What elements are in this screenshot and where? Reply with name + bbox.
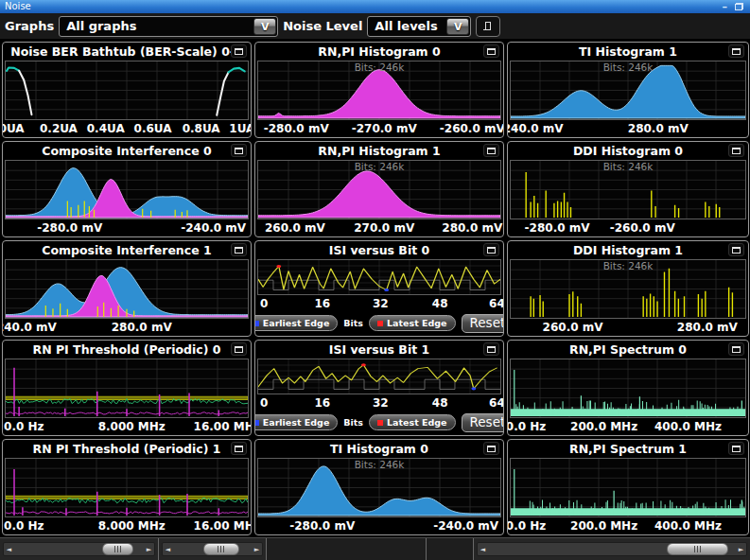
graphs-dropdown[interactable]: All graphs V: [59, 16, 278, 37]
maximize-button[interactable]: [483, 243, 499, 256]
latest-edge-button[interactable]: Latest Edge: [369, 414, 456, 430]
maximize-button[interactable]: [231, 44, 247, 58]
scroll-track[interactable]: [488, 543, 736, 555]
chevron-down-icon[interactable]: V: [253, 18, 276, 35]
x-axis-label: 280.0 mV: [677, 321, 738, 334]
scroll-thumb[interactable]: [667, 543, 729, 555]
scroll-thumb[interactable]: [203, 543, 239, 555]
scroll-right-icon[interactable]: ►: [736, 546, 746, 553]
graphs-dropdown-value: All graphs: [60, 19, 253, 33]
x-axis-label: -280.0 mV: [37, 221, 102, 235]
panel-isi-versus-bit-0: ISI versus Bit 0 016324864 Earliest Edge…: [254, 240, 504, 337]
panel-rn-pi-histogram-1: RN,PI Histogram 1 Bits: 246k 260.0 mV270…: [254, 141, 504, 237]
scroll-track[interactable]: [173, 543, 252, 555]
x-axis-label: 16.00 MHz: [194, 420, 252, 433]
maximize-icon: [487, 247, 496, 254]
x-axis-labels: 0UA0.2UA0.4UA0.6UA0.8UA1UA: [3, 120, 251, 137]
earliest-edge-marker-icon: [254, 420, 259, 426]
panel-composite-interference-0: Composite Interference 0 -280.0 mV-240.0…: [2, 141, 252, 237]
maximize-button[interactable]: [483, 44, 499, 58]
minimize-icon[interactable]: –: [723, 1, 728, 13]
panel-titlebar: TI Histogram 1: [508, 43, 748, 61]
chart-canvas: [511, 459, 745, 516]
maximize-button[interactable]: [231, 144, 247, 157]
earliest-edge-button[interactable]: Earliest Edge: [254, 414, 338, 430]
x-axis-labels: -280.0 mV-240.0 mV: [255, 517, 503, 534]
scroll-segment: ◄ ►: [474, 538, 750, 560]
panel-title: ISI versus Bit 1: [255, 342, 503, 357]
x-axis-label: 0.2UA: [40, 122, 78, 135]
latest-edge-button[interactable]: Latest Edge: [369, 315, 456, 331]
chart-canvas: [6, 359, 248, 417]
panel-title: ISI versus Bit 0: [255, 243, 503, 257]
graphs-label: Graphs: [5, 19, 54, 33]
panel-title: Noise BER Bathtub (BER-Scale) 0-1: [3, 44, 251, 59]
maximize-button[interactable]: [231, 342, 247, 356]
bits-annotation: Bits: 246k: [603, 260, 654, 271]
maximize-icon: [235, 346, 243, 353]
graph-grid: Noise BER Bathtub (BER-Scale) 0-1 0UA0.2…: [0, 40, 750, 537]
x-axis-label: 32: [373, 396, 389, 410]
noise-level-dropdown[interactable]: All levels V: [367, 16, 471, 37]
chart-canvas: [258, 359, 500, 394]
x-axis-label: -270.0 mV: [352, 122, 417, 135]
reset-button[interactable]: Reset: [462, 314, 504, 333]
x-axis-label: 64: [489, 396, 504, 410]
plot-area: [5, 458, 249, 517]
panel-title: DDI Histogram 1: [508, 243, 748, 257]
x-axis-label: 64: [489, 297, 504, 310]
panel-ti-histogram-0: TI Histogram 0 Bits: 246k -280.0 mV-240.…: [254, 439, 504, 535]
x-axis-label: -260.0 mV: [610, 221, 675, 235]
panel-ddi-histogram-1: DDI Histogram 1 Bits: 246k 260.0 mV280.0…: [507, 240, 749, 337]
restore-icon[interactable]: [735, 3, 743, 10]
maximize-button[interactable]: [231, 243, 247, 256]
scroll-right-icon[interactable]: ►: [252, 546, 262, 553]
maximize-button[interactable]: [728, 144, 744, 157]
panel-titlebar: RN,PI Spectrum 1: [508, 440, 748, 458]
x-axis-label: 0.0 Hz: [4, 519, 44, 533]
x-axis-label: 48: [432, 396, 448, 410]
isi-controls: Earliest Edge Bits Latest Edge Reset: [255, 312, 503, 336]
reset-button[interactable]: Reset: [462, 413, 504, 432]
window-titlebar: Noise –: [0, 0, 750, 13]
chevron-down-icon[interactable]: V: [446, 18, 469, 35]
panel-title: TI Histogram 0: [255, 442, 503, 456]
horizontal-scrollbar[interactable]: ◄ ►: [162, 542, 263, 556]
scroll-thumb[interactable]: [102, 543, 133, 555]
horizontal-scrollbar[interactable]: ◄ ►: [477, 542, 747, 556]
panel-titlebar: Noise BER Bathtub (BER-Scale) 0-1: [3, 43, 251, 61]
horizontal-scrollbar[interactable]: ◄ ►: [3, 542, 155, 556]
maximize-button[interactable]: [231, 442, 247, 455]
earliest-edge-button[interactable]: Earliest Edge: [254, 315, 338, 331]
plot-area: Bits: 246k: [510, 259, 746, 319]
chart-canvas: [6, 459, 248, 516]
earliest-edge-marker-icon: [254, 321, 259, 326]
scroll-left-icon[interactable]: ◄: [4, 546, 14, 553]
maximize-button[interactable]: [483, 442, 499, 455]
scroll-track[interactable]: [14, 543, 144, 555]
x-axis-labels: 016324864: [255, 394, 503, 411]
panel-titlebar: RN,PI Histogram 1: [255, 142, 503, 160]
x-axis-label: 8.000 MHz: [98, 420, 166, 433]
x-axis-label: 280.0 mV: [628, 122, 689, 135]
x-axis-label: 0: [260, 396, 268, 410]
pin-button[interactable]: [476, 16, 500, 37]
scroll-left-icon[interactable]: ◄: [163, 546, 173, 553]
maximize-button[interactable]: [483, 342, 499, 356]
maximize-button[interactable]: [728, 342, 744, 356]
x-axis-label: 16: [314, 396, 330, 410]
panel-titlebar: RN PI Threshold (Periodic) 1: [3, 440, 251, 458]
x-axis-label: 240.0 mV: [2, 321, 57, 334]
panel-title: RN,PI Spectrum 0: [508, 342, 748, 357]
scroll-segment: ◄ ►: [0, 538, 159, 560]
maximize-button[interactable]: [728, 243, 744, 256]
maximize-button[interactable]: [483, 144, 499, 157]
earliest-edge-label: Earliest Edge: [263, 318, 330, 328]
maximize-button[interactable]: [728, 442, 744, 455]
x-axis-label: 1UA: [229, 122, 252, 135]
scroll-left-icon[interactable]: ◄: [478, 546, 488, 553]
scroll-segment-empty: [267, 538, 427, 560]
scroll-right-icon[interactable]: ►: [144, 546, 154, 553]
maximize-button[interactable]: [728, 44, 744, 58]
x-axis-labels: 016324864: [255, 295, 503, 312]
